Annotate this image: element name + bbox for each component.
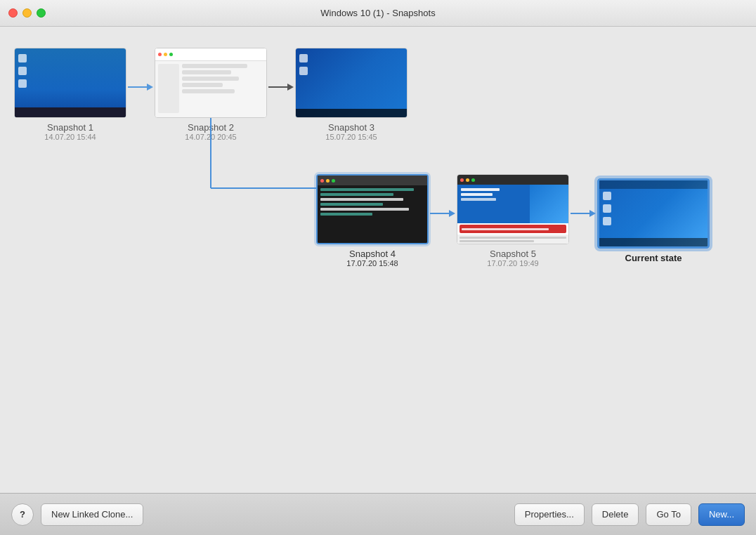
minimize-button[interactable] bbox=[22, 8, 32, 18]
current-state-name: Current state bbox=[625, 253, 682, 263]
titlebar: Windows 10 (1) - Snapshots bbox=[0, 0, 756, 27]
close-button[interactable] bbox=[8, 8, 18, 18]
snapshot-3-date: 15.07.20 15:45 bbox=[325, 133, 377, 141]
properties-button[interactable]: Properties... bbox=[514, 503, 585, 526]
snapshot-4-date: 17.07.20 15:48 bbox=[346, 259, 398, 268]
arrow-2-3 bbox=[267, 80, 295, 94]
maximize-button[interactable] bbox=[37, 8, 46, 18]
snapshot-thumbnail-4 bbox=[316, 174, 429, 244]
arrow-5-current bbox=[569, 206, 597, 220]
snapshot-2-date: 14.07.20 20:45 bbox=[185, 133, 236, 141]
goto-button[interactable]: Go To bbox=[646, 503, 691, 526]
window-title: Windows 10 (1) - Snapshots bbox=[320, 8, 435, 18]
snapshot-thumbnail-current bbox=[597, 178, 710, 249]
toolbar: ? New Linked Clone... Properties... Dele… bbox=[0, 493, 756, 535]
arrow-4-5 bbox=[429, 206, 457, 220]
snapshot-node-4[interactable]: Snapshot 4 17.07.20 15:48 bbox=[316, 174, 429, 268]
snapshot-5-date: 17.07.20 19:49 bbox=[487, 259, 538, 268]
snapshot-5-name: Snapshot 5 bbox=[490, 249, 536, 259]
snapshot-1-name: Snapshot 1 bbox=[47, 122, 93, 133]
snapshot-row-1: Snapshot 1 14.07.20 15:44 bbox=[14, 48, 408, 141]
svg-marker-10 bbox=[589, 210, 596, 217]
snapshot-node-current[interactable]: Current state bbox=[597, 178, 710, 263]
snapshot-thumbnail-5 bbox=[457, 174, 569, 244]
snapshot-node-2[interactable]: Snapshot 2 14.07.20 20:45 bbox=[155, 48, 267, 141]
snapshot-thumbnail-1 bbox=[14, 48, 126, 118]
snapshot-3-name: Snapshot 3 bbox=[328, 122, 374, 133]
main-canvas: Snapshot 1 14.07.20 15:44 bbox=[0, 27, 756, 493]
snapshot-2-name: Snapshot 2 bbox=[188, 122, 234, 133]
snapshot-4-name: Snapshot 4 bbox=[349, 249, 396, 259]
snapshot-row-2: Snapshot 4 17.07.20 15:48 bbox=[14, 174, 710, 268]
snapshot-node-5[interactable]: Snapshot 5 17.07.20 19:49 bbox=[457, 174, 569, 268]
snapshot-thumbnail-2 bbox=[155, 48, 267, 118]
snapshot-node-1[interactable]: Snapshot 1 14.07.20 15:44 bbox=[14, 48, 126, 141]
svg-marker-1 bbox=[147, 84, 153, 91]
svg-marker-3 bbox=[287, 84, 294, 91]
svg-marker-8 bbox=[449, 210, 455, 217]
traffic-lights bbox=[8, 8, 46, 18]
arrow-1-2 bbox=[126, 80, 155, 94]
new-button[interactable]: New... bbox=[698, 503, 745, 526]
snapshot-node-3[interactable]: Snapshot 3 15.07.20 15:45 bbox=[295, 48, 408, 141]
snapshot-thumbnail-3 bbox=[295, 48, 408, 118]
delete-button[interactable]: Delete bbox=[592, 503, 639, 526]
help-button[interactable]: ? bbox=[11, 503, 34, 526]
new-linked-clone-button[interactable]: New Linked Clone... bbox=[41, 503, 143, 526]
snapshot-1-date: 14.07.20 15:44 bbox=[44, 133, 96, 141]
